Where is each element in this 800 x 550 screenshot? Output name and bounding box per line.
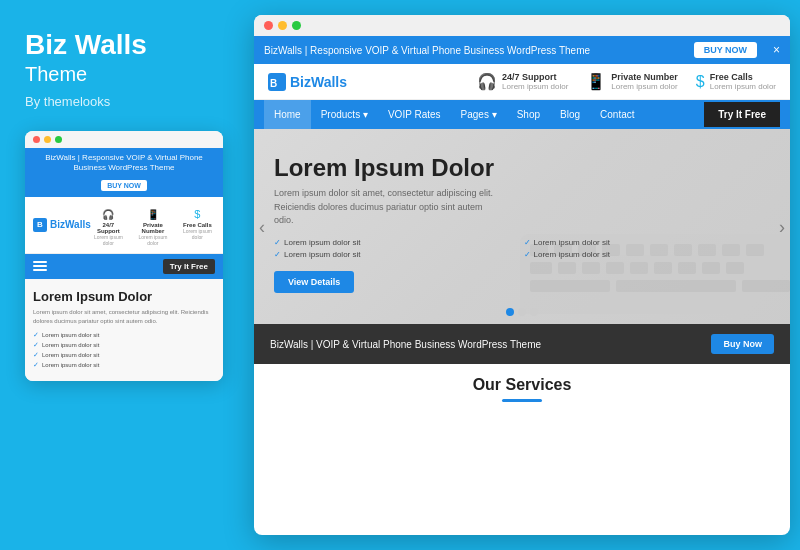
mobile-buy-button[interactable]: BUY NOW (101, 180, 147, 191)
mobile-feature-1: Lorem ipsum dolor sit (33, 331, 215, 339)
desktop-calls-icon: $ Free Calls Lorem ipsum dolor (696, 72, 776, 91)
hero-prev-arrow[interactable]: ‹ (259, 216, 265, 237)
mobile-private-sub: Lorem ipsum dolor (134, 234, 172, 246)
nav-contact[interactable]: Contact (590, 100, 644, 129)
desktop-nav: Home Products ▾ VOIP Rates Pages ▾ Shop … (254, 100, 790, 129)
nav-home[interactable]: Home (264, 100, 311, 129)
footer-text: BizWalls | VOIP & Virtual Phone Business… (270, 339, 541, 350)
desktop-hero-title: Lorem Ipsum Dolor (274, 154, 770, 182)
desktop-try-free-button[interactable]: Try It Free (704, 102, 780, 127)
desktop-dot-yellow (278, 21, 287, 30)
hero-next-arrow[interactable]: › (779, 216, 785, 237)
desktop-top-bar (254, 15, 790, 36)
mobile-logo-letter: B (37, 220, 43, 229)
mobile-feature-4: Lorem ipsum dolor sit (33, 361, 215, 369)
dollar-icon: $ (194, 208, 200, 220)
nav-pages[interactable]: Pages ▾ (451, 100, 507, 129)
dollar-icon: $ (696, 73, 705, 91)
mobile-header: B BizWalls 🎧 24/7 Support Lorem ipsum do… (25, 197, 223, 254)
brand-subtitle: Theme (25, 63, 223, 86)
support-label: 24/7 Support (502, 72, 568, 82)
desktop-logo-text: BizWalls (290, 74, 347, 90)
mobile-logo: B BizWalls (33, 218, 91, 232)
nav-blog[interactable]: Blog (550, 100, 590, 129)
desktop-dot-red (264, 21, 273, 30)
mobile-try-free-button[interactable]: Try It Free (163, 259, 215, 274)
private-sub: Lorem ipsum dolor (611, 82, 678, 91)
desktop-feature-4: Lorem ipsum dolor sit (524, 250, 771, 259)
desktop-logo: B BizWalls (268, 73, 347, 91)
desktop-header-icons: 🎧 24/7 Support Lorem ipsum dolor 📱 Priva… (477, 72, 776, 91)
dot-green (55, 136, 62, 143)
mobile-logo-icon: B (33, 218, 47, 232)
hamburger-line-1 (33, 261, 47, 263)
brand-author: By themelooks (25, 94, 223, 109)
desktop-footer-strip: BizWalls | VOIP & Virtual Phone Business… (254, 324, 790, 364)
mobile-calls-sub: Lorem ipsum dolor (180, 228, 215, 240)
calls-sub: Lorem ipsum dolor (710, 82, 776, 91)
left-panel: Biz Walls Theme By themelooks BizWalls |… (0, 0, 248, 550)
mobile-feature-2: Lorem ipsum dolor sit (33, 341, 215, 349)
desktop-buy-button[interactable]: BUY NOW (694, 42, 757, 58)
mobile-feature-3: Lorem ipsum dolor sit (33, 351, 215, 359)
desktop-support-icon: 🎧 24/7 Support Lorem ipsum dolor (477, 72, 568, 91)
mobile-features: Lorem ipsum dolor sit Lorem ipsum dolor … (33, 331, 215, 369)
desktop-private-icon: 📱 Private Number Lorem ipsum dolor (586, 72, 678, 91)
desktop-feature-1: Lorem ipsum dolor sit (274, 238, 521, 247)
mobile-mockup: BizWalls | Responsive VOIP & Virtual Pho… (25, 131, 223, 381)
footer-buy-button[interactable]: Buy Now (711, 334, 774, 354)
dot-yellow (44, 136, 51, 143)
private-label: Private Number (611, 72, 678, 82)
mobile-hero-desc: Lorem ipsum dolor sit amet, consectetur … (33, 308, 215, 326)
mobile-nav-bar: Try It Free (25, 254, 223, 279)
mobile-icon-calls: $ Free Calls Lorem ipsum dolor (180, 204, 215, 246)
view-details-button[interactable]: View Details (274, 271, 354, 293)
mobile-icons-row: 🎧 24/7 Support Lorem ipsum dolor 📱 Priva… (91, 204, 215, 246)
hero-dots (506, 308, 538, 316)
desktop-hero-content: Lorem Ipsum Dolor Lorem ipsum dolor sit … (254, 129, 790, 318)
phone-icon: 📱 (147, 209, 159, 220)
phone-icon: 📱 (586, 72, 606, 91)
mobile-logo-text: BizWalls (50, 219, 91, 230)
hero-dot-2[interactable] (518, 308, 526, 316)
desktop-header: B BizWalls 🎧 24/7 Support Lorem ipsum do… (254, 64, 790, 100)
hero-dot-1[interactable] (506, 308, 514, 316)
desktop-feature-2: Lorem ipsum dolor sit (524, 238, 771, 247)
headset-icon: 🎧 (102, 209, 114, 220)
desktop-mockup: BizWalls | Responsive VOIP & Virtual Pho… (254, 15, 790, 535)
brand-title: Biz Walls (25, 30, 223, 61)
close-icon[interactable]: × (773, 43, 780, 57)
desktop-hero-features: Lorem ipsum dolor sit Lorem ipsum dolor … (274, 238, 770, 259)
hero-dot-3[interactable] (530, 308, 538, 316)
services-title: Our Services (270, 376, 774, 394)
services-underline (502, 399, 542, 402)
mobile-support-sub: Lorem ipsum dolor (91, 234, 126, 246)
desktop-logo-letter: B (268, 76, 279, 91)
calls-label: Free Calls (710, 72, 776, 82)
desktop-hero-desc: Lorem ipsum dolor sit amet, consectetur … (274, 187, 494, 228)
mobile-ad-text: BizWalls | Responsive VOIP & Virtual Pho… (33, 153, 215, 174)
mobile-hero-title: Lorem Ipsum Dolor (33, 289, 215, 305)
hamburger-icon[interactable] (33, 261, 47, 271)
desktop-feature-3: Lorem ipsum dolor sit (274, 250, 521, 259)
hamburger-line-2 (33, 265, 47, 267)
hamburger-line-3 (33, 269, 47, 271)
nav-voip-rates[interactable]: VOIP Rates (378, 100, 451, 129)
mobile-calls-label: Free Calls (180, 222, 215, 228)
desktop-hero: ‹ Lorem Ipsum Dolor Lorem ipsum dolor si… (254, 129, 790, 324)
nav-products[interactable]: Products ▾ (311, 100, 378, 129)
mobile-private-label: Private Number (134, 222, 172, 234)
desktop-logo-icon: B (268, 73, 286, 91)
desktop-services: Our Services (254, 364, 790, 414)
mobile-ad-bar: BizWalls | Responsive VOIP & Virtual Pho… (25, 148, 223, 197)
headset-icon: 🎧 (477, 72, 497, 91)
desktop-dot-green (292, 21, 301, 30)
mobile-icon-private: 📱 Private Number Lorem ipsum dolor (134, 204, 172, 246)
mobile-top-bar (25, 131, 223, 148)
mobile-support-label: 24/7 Support (91, 222, 126, 234)
desktop-ad-strip: BizWalls | Responsive VOIP & Virtual Pho… (254, 36, 790, 64)
support-sub: Lorem ipsum dolor (502, 82, 568, 91)
nav-shop[interactable]: Shop (507, 100, 550, 129)
desktop-ad-text: BizWalls | Responsive VOIP & Virtual Pho… (264, 45, 590, 56)
mobile-hero: Lorem Ipsum Dolor Lorem ipsum dolor sit … (25, 279, 223, 382)
